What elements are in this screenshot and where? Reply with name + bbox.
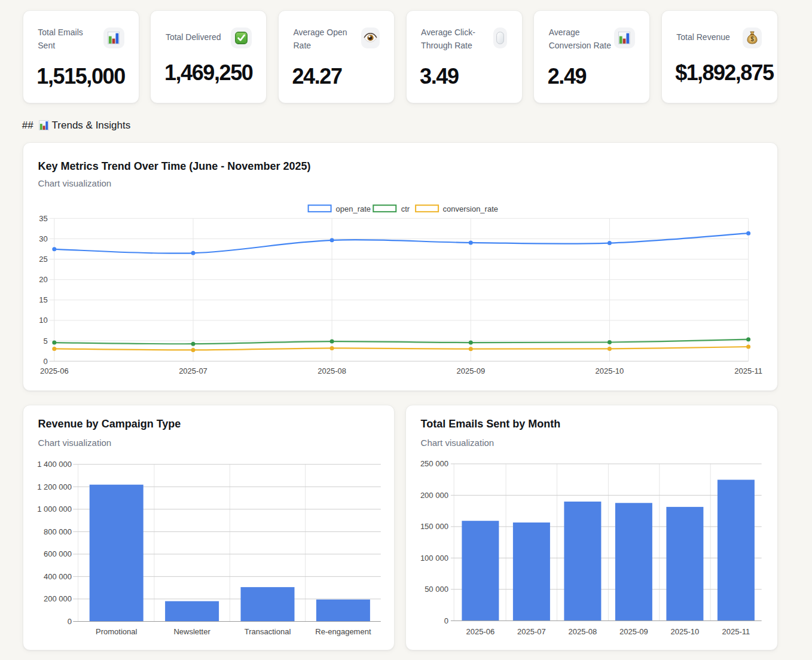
svg-text:2025-08: 2025-08 <box>569 627 597 636</box>
svg-text:Chart visualization: Chart visualization <box>421 438 494 448</box>
svg-text:100 000: 100 000 <box>420 553 448 562</box>
svg-text:2025-06: 2025-06 <box>40 366 69 375</box>
svg-text:250 000: 250 000 <box>420 459 448 468</box>
svg-text:2025-06: 2025-06 <box>466 627 495 636</box>
svg-text:800 000: 800 000 <box>44 527 72 536</box>
svg-text:0: 0 <box>67 617 71 626</box>
svg-text:200 000: 200 000 <box>420 490 448 499</box>
svg-text:open_rate: open_rate <box>335 204 371 213</box>
svg-text:Transactional: Transactional <box>244 627 291 636</box>
svg-text:conversion_rate: conversion_rate <box>442 204 498 213</box>
svg-text:600 000: 600 000 <box>44 549 72 558</box>
svg-text:1 200 000: 1 200 000 <box>37 482 72 491</box>
svg-text:30: 30 <box>39 234 47 243</box>
svg-text:5: 5 <box>43 336 47 345</box>
svg-text:2025-09: 2025-09 <box>619 627 648 636</box>
svg-text:Chart visualization: Chart visualization <box>38 438 111 448</box>
svg-text:2025-11: 2025-11 <box>722 627 750 636</box>
svg-text:2025-11: 2025-11 <box>734 366 762 375</box>
svg-text:Promotional: Promotional <box>96 627 137 636</box>
svg-text:Revenue by Campaign Type: Revenue by Campaign Type <box>38 418 181 430</box>
svg-text:2025-10: 2025-10 <box>671 627 700 636</box>
svg-text:1 400 000: 1 400 000 <box>37 460 72 469</box>
svg-text:Chart visualization: Chart visualization <box>38 178 111 188</box>
svg-text:400 000: 400 000 <box>44 572 72 580</box>
svg-text:20: 20 <box>39 275 47 284</box>
svg-text:150 000: 150 000 <box>420 522 448 531</box>
svg-text:$: $ <box>750 36 754 43</box>
svg-text:15: 15 <box>39 295 47 304</box>
svg-text:35: 35 <box>39 213 47 222</box>
svg-text:Total Emails Sent by Month: Total Emails Sent by Month <box>421 418 561 430</box>
svg-text:Re-engagement: Re-engagement <box>315 627 371 636</box>
svg-text:Key Metrics Trend Over Time (J: Key Metrics Trend Over Time (June - Nove… <box>38 160 310 172</box>
svg-text:2025-08: 2025-08 <box>318 366 346 375</box>
svg-text:2025-10: 2025-10 <box>595 366 624 375</box>
svg-text:25: 25 <box>39 255 47 264</box>
svg-text:2025-09: 2025-09 <box>456 366 485 375</box>
svg-text:0: 0 <box>43 356 47 365</box>
svg-text:2025-07: 2025-07 <box>517 627 546 636</box>
svg-text:10: 10 <box>39 316 47 325</box>
svg-text:200 000: 200 000 <box>44 594 72 603</box>
svg-text:0: 0 <box>444 616 448 625</box>
svg-text:1 000 000: 1 000 000 <box>37 505 72 514</box>
svg-text:Newsletter: Newsletter <box>173 627 210 636</box>
svg-text:50 000: 50 000 <box>425 585 449 594</box>
svg-text:ctr: ctr <box>401 204 410 213</box>
svg-text:2025-07: 2025-07 <box>179 366 207 375</box>
